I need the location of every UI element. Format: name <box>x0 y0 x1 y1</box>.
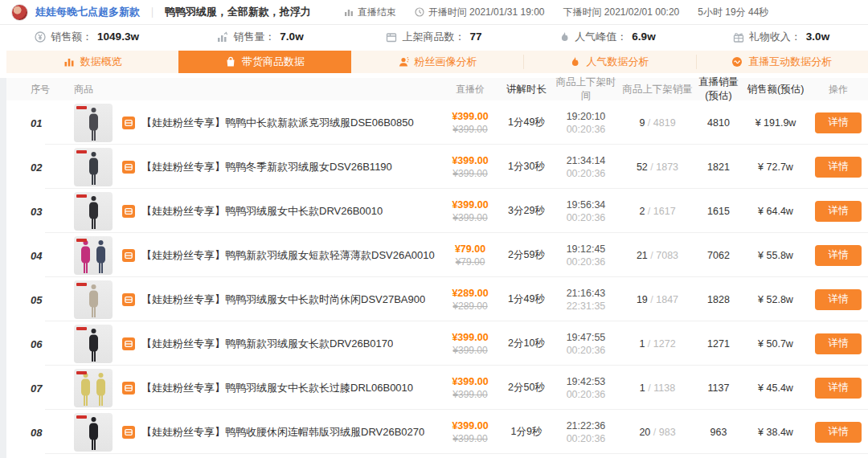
streamer-avatar[interactable] <box>11 4 28 21</box>
shelf-on-time: 19:20:10 <box>551 111 620 122</box>
flame-icon <box>559 31 570 43</box>
shelf-off-time: 00:20:36 <box>551 212 620 223</box>
overview-icon <box>63 56 75 67</box>
tab-label: 粉丝画像分析 <box>415 55 477 69</box>
product-title[interactable]: 【娃娃粉丝专享】鸭鸭冬季新款羽绒服女DSV26B1190 <box>141 160 392 174</box>
product-title[interactable]: 【娃娃粉丝专享】鸭鸭收腰休闲连帽韩版羽绒服DRV26B0270 <box>141 425 424 440</box>
products-table: 序号商品直播价讲解时长商品上下架时间商品上下架销量直播销量(预估)销售额(预估)… <box>6 78 868 454</box>
original-price: ¥79.00 <box>439 256 502 268</box>
clothing-silhouette <box>94 372 108 407</box>
detail-button[interactable]: 详情 <box>815 201 862 222</box>
shelf-on-sales: 52 <box>637 162 648 173</box>
tab-item-4[interactable]: 直播互动数据分析 <box>696 51 868 73</box>
clothing-silhouette <box>87 107 100 142</box>
shelf-off-time: 00:20:36 <box>551 345 620 356</box>
detail-button[interactable]: 详情 <box>815 422 862 443</box>
shelf-on-time: 19:42:53 <box>551 376 620 387</box>
product-tag-icon <box>122 293 135 306</box>
row-index: 02 <box>31 162 42 174</box>
explain-duration: 1分30秒 <box>502 160 551 174</box>
top-bar: 娃娃每晚七点超多新款 ｜ 鸭鸭羽绒服，全部新款，抢浮力 直播结束 开播时间 20… <box>0 0 868 24</box>
explain-duration: 3分29秒 <box>502 204 551 218</box>
brand-tag <box>76 194 87 198</box>
clothing-silhouette <box>87 328 100 363</box>
product-tag-icon <box>122 161 135 174</box>
product-title[interactable]: 【娃娃粉丝专享】鸭鸭中长款新款派克羽绒服DSE06B0850 <box>141 116 414 130</box>
column-header: 直播销量(预估) <box>694 76 743 103</box>
detail-button[interactable]: 详情 <box>815 112 862 133</box>
shelf-on-sales: 19 <box>637 294 648 305</box>
room-title-link[interactable]: 娃娃每晚七点超多新款 <box>35 5 140 19</box>
product-image[interactable] <box>74 236 113 275</box>
live-price: ¥399.00 <box>439 199 502 211</box>
product-image[interactable] <box>74 369 113 407</box>
tab-item-0[interactable]: 数据概览 <box>6 51 178 73</box>
detail-button[interactable]: 详情 <box>815 333 862 354</box>
shelf-on-time: 21:22:36 <box>551 420 620 431</box>
stat-item: 礼物收入： 3.0w <box>694 30 868 44</box>
shelf-on-time: 19:12:45 <box>551 243 620 255</box>
table-row: 06 【娃娃粉丝专享】鸭鸭新款羽绒服女长款DRV26B0170 ¥399.00 … <box>6 321 868 366</box>
shelf-on-time: 19:47:55 <box>551 332 620 343</box>
product-image[interactable] <box>74 325 113 363</box>
column-header: 序号 <box>6 83 74 96</box>
tab-label: 数据概览 <box>80 55 122 69</box>
product-image[interactable] <box>74 280 113 319</box>
row-index: 01 <box>31 117 42 129</box>
live-sales-estimate: 4810 <box>694 117 743 129</box>
live-price: ¥399.00 <box>439 420 502 431</box>
end-time: 下播时间 2021/02/01 00:20 <box>563 6 680 19</box>
brand-tag <box>76 150 87 153</box>
product-title[interactable]: 【娃娃粉丝专享】鸭鸭羽绒服女中长款时尚休闲DSV27BA900 <box>141 292 425 307</box>
shelf-off-time: 00:20:36 <box>551 124 620 135</box>
sales-amount-estimate: ¥ 191.9w <box>743 117 809 129</box>
table-row: 03 【娃娃粉丝专享】鸭鸭羽绒服女中长款DRV26B0010 ¥399.00 ¥… <box>6 189 868 233</box>
shelf-off-sales: 983 <box>659 427 676 438</box>
tab-bar-wrap: 数据概览 带货商品数据 粉丝画像分析 人气数据分析 直播互动数据分析 <box>6 51 868 73</box>
row-index: 07 <box>31 382 42 395</box>
product-tag-icon <box>122 249 135 262</box>
sales-amount-estimate: ¥ 52.8w <box>743 294 809 305</box>
shelf-off-sales: 1138 <box>653 382 675 394</box>
brand-tag <box>76 239 87 242</box>
chart-bars-icon <box>344 7 354 17</box>
shelf-on-sales: 21 <box>637 250 648 261</box>
tab-product-data[interactable]: 带货商品数据 <box>178 51 350 73</box>
shelf-on-time: 19:56:34 <box>551 199 620 211</box>
shelf-off-sales: 1847 <box>656 294 678 305</box>
tab-label: 直播互动数据分析 <box>748 55 832 69</box>
original-price: ¥289.00 <box>439 301 502 312</box>
column-header: 商品 <box>74 83 439 96</box>
product-image[interactable] <box>74 104 113 142</box>
shelf-off-time: 22:31:35 <box>551 301 620 312</box>
column-header: 商品上下架销量 <box>620 83 694 96</box>
tab-item-3[interactable]: 人气数据分析 <box>523 51 695 73</box>
row-index: 05 <box>31 294 42 306</box>
product-title[interactable]: 【娃娃粉丝专享】鸭鸭新款羽绒服女长款DRV26B0170 <box>141 337 393 351</box>
bag-icon <box>225 56 236 67</box>
product-title[interactable]: 【娃娃粉丝专享】鸭鸭羽绒服女中长款长过膝DRL06B0010 <box>141 381 413 395</box>
product-image[interactable] <box>74 148 113 186</box>
detail-button[interactable]: 详情 <box>815 378 862 399</box>
column-header: 直播价 <box>439 83 502 96</box>
product-title[interactable]: 【娃娃粉丝专享】鸭鸭新款羽绒服女短款轻薄薄款DSV26A0010 <box>141 248 435 263</box>
live-sales-estimate: 1271 <box>694 338 743 350</box>
detail-button[interactable]: 详情 <box>815 157 862 178</box>
product-image[interactable] <box>74 192 113 231</box>
shelf-off-sales: 1873 <box>656 162 678 173</box>
product-title[interactable]: 【娃娃粉丝专享】鸭鸭羽绒服女中长款DRV26B0010 <box>141 204 383 219</box>
detail-button[interactable]: 详情 <box>815 289 862 310</box>
sales-amount-estimate: ¥ 50.7w <box>743 338 809 350</box>
tab-label: 带货商品数据 <box>242 55 305 69</box>
tab-item-2[interactable]: 粉丝画像分析 <box>351 51 523 73</box>
shelf-off-time: 00:20:36 <box>551 256 620 268</box>
shelf-off-time: 00:20:36 <box>551 168 620 179</box>
brand-tag <box>76 283 87 286</box>
start-time: 开播时间 2021/01/31 19:00 <box>415 6 545 19</box>
detail-button[interactable]: 详情 <box>815 245 862 266</box>
live-price: ¥399.00 <box>439 376 502 387</box>
stat-item: 销售额： 1049.3w <box>0 30 174 44</box>
shelf-off-time: 00:20:36 <box>551 433 620 444</box>
clock-icon <box>415 7 424 17</box>
product-image[interactable] <box>74 413 113 452</box>
